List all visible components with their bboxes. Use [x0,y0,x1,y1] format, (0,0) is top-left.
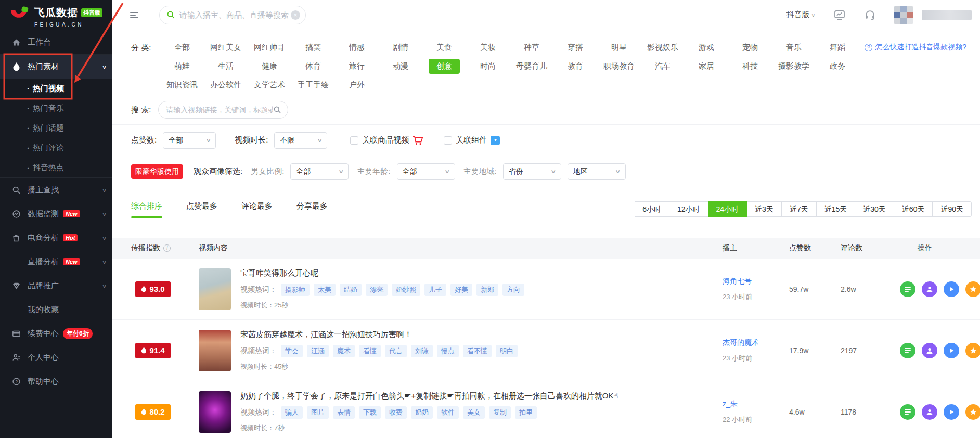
sidebar-item-live-analysis[interactable]: 直播分析 New ∨ [0,250,112,274]
video-detail-icon[interactable] [900,281,915,297]
video-search-box[interactable] [158,101,288,119]
sidebar-item-workbench[interactable]: 工作台 [0,30,112,54]
sort-tab[interactable]: 分享最多 [296,201,328,218]
category-item[interactable]: 户外 [344,78,370,92]
time-range-button[interactable]: 近15天 [817,201,856,217]
info-icon[interactable]: i [163,244,171,252]
logo[interactable]: 飞瓜数据 抖音版 FEIGUA.CN [0,0,112,30]
category-item[interactable]: 办公软件 [205,78,247,92]
hotword-chip[interactable]: 收费 [385,406,407,419]
video-detail-icon[interactable] [900,404,915,420]
category-item[interactable]: 旅行 [344,59,370,73]
sidebar-item-favorites[interactable]: 我的收藏 [0,298,112,321]
global-search[interactable]: × [159,6,306,24]
category-item[interactable]: 摄影教学 [773,59,815,73]
hotword-chip[interactable]: 奶奶 [411,406,433,419]
hotword-chip[interactable]: 骗人 [281,406,303,419]
category-item[interactable]: 政务 [824,59,850,73]
gender-select[interactable]: 全部∨ [290,163,349,180]
hotword-chip[interactable]: 太美 [314,284,336,296]
sidebar-item-hot-material[interactable]: 热门素材 ∨ [0,55,112,79]
category-item[interactable]: 全部 [169,41,195,55]
category-item[interactable]: 美食 [431,41,457,55]
category-item[interactable]: 美妆 [475,41,501,55]
category-item[interactable]: 网红美女 [205,41,247,55]
author-link[interactable]: z_朱 [723,400,784,409]
help-link[interactable]: ? 怎么快速打造抖音爆款视频? [865,43,966,52]
category-item[interactable]: 种草 [519,41,545,55]
category-item[interactable]: 动漫 [388,59,414,73]
play-video-icon[interactable] [944,404,959,420]
video-search-input[interactable] [166,106,273,114]
sidebar-subitem[interactable]: 热门话题 [0,118,112,138]
category-item[interactable]: 创意 [429,59,460,74]
category-item[interactable]: 健康 [256,59,282,73]
category-item[interactable]: 音乐 [781,41,807,55]
sidebar-item-find-streamer[interactable]: 播主查找 ∨ [0,178,112,202]
author-link[interactable]: 杰哥的魔术 [723,338,784,347]
hotword-chip[interactable]: 儿子 [424,284,446,296]
favorite-icon[interactable] [965,281,980,297]
headset-icon[interactable] [864,9,876,21]
time-range-button[interactable]: 近30天 [855,201,894,217]
hotword-chip[interactable]: 软件 [437,406,459,419]
time-range-button[interactable]: 24小时 [708,201,747,217]
video-title[interactable]: 宝哥咋笑得那么开心呢 [240,268,524,278]
category-item[interactable]: 萌娃 [169,59,195,73]
video-title[interactable]: 宋茜皮筋穿越魔术，汪涵这一招泡妞技巧厉害啊！ [240,330,518,340]
hotword-chip[interactable]: 摄影师 [281,284,310,296]
hotword-chip[interactable]: 看懂 [359,345,381,357]
category-item[interactable]: 舞蹈 [824,41,850,55]
search-icon[interactable] [273,106,281,114]
video-detail-icon[interactable] [900,343,915,358]
play-video-icon[interactable] [944,343,959,358]
sort-tab[interactable]: 点赞最多 [186,201,217,218]
video-thumbnail[interactable] [199,330,231,371]
category-item[interactable]: 手工手绘 [292,78,334,92]
category-item[interactable]: 知识资讯 [161,78,203,92]
hotword-chip[interactable]: 学会 [281,345,303,357]
time-range-button[interactable]: 近3天 [747,201,782,217]
author-link[interactable]: 海角七号 [723,277,784,286]
sort-tab[interactable]: 评论最多 [241,201,273,218]
hotword-chip[interactable]: 明白 [496,345,518,357]
category-item[interactable]: 生活 [213,59,239,73]
category-item[interactable]: 母婴育儿 [511,59,552,73]
hotword-chip[interactable]: 美女 [463,406,485,419]
time-range-button[interactable]: 6小时 [635,201,669,217]
category-item[interactable]: 游戏 [693,41,719,55]
time-range-button[interactable]: 近60天 [894,201,933,217]
district-select[interactable]: 地区∨ [568,163,626,180]
category-item[interactable]: 影视娱乐 [642,41,684,55]
sidebar-subitem[interactable]: 抖音热点 [0,158,112,177]
category-item[interactable]: 体育 [300,59,326,73]
hotword-chip[interactable]: 慢点 [437,345,459,357]
category-item[interactable]: 明星 [606,41,632,55]
sidebar-item-data-monitor[interactable]: 数据监测 New ∨ [0,202,112,226]
age-select[interactable]: 全部∨ [397,163,455,180]
sidebar-subitem[interactable]: 热门评论 [0,138,112,158]
username-blurred[interactable] [922,10,972,20]
sidebar-item-brand-promo[interactable]: 品牌推广 ∨ [0,274,112,298]
category-item[interactable]: 文学艺术 [249,78,290,92]
hotword-chip[interactable]: 汪涵 [307,345,329,357]
hotword-chip[interactable]: 漂亮 [366,284,388,296]
category-item[interactable]: 宠物 [737,41,763,55]
clear-icon[interactable]: × [291,10,300,20]
category-item[interactable]: 网红帅哥 [249,41,290,55]
category-item[interactable]: 情感 [344,41,370,55]
category-item[interactable]: 职场教育 [598,59,640,73]
video-title[interactable]: 奶奶了个腿，终于学会了，原来是打开白色箭头☛+复制链接☛再拍同款，在相册选一张自… [240,391,618,401]
video-thumbnail[interactable] [199,391,231,433]
version-dropdown[interactable]: 抖音版∨ [786,10,815,20]
author-analysis-icon[interactable] [922,404,937,420]
category-item[interactable]: 时尚 [475,59,501,73]
play-video-icon[interactable] [944,281,959,297]
hotword-chip[interactable]: 下载 [359,406,381,419]
hotword-chip[interactable]: 看不懂 [463,345,492,357]
hotword-chip[interactable]: 拍里 [515,406,537,419]
component-checkbox[interactable] [444,136,452,145]
sidebar-subitem[interactable]: 热门视频 [0,79,112,98]
category-item[interactable]: 科技 [737,59,763,73]
time-range-button[interactable]: 近90天 [933,201,972,217]
